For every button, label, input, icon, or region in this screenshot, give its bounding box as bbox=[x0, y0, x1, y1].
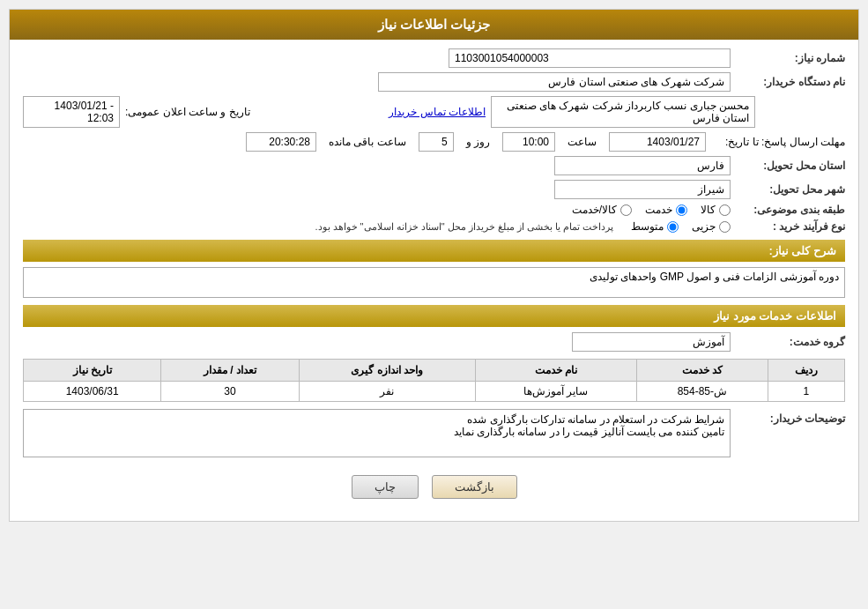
service-group-value: آموزش bbox=[572, 332, 731, 352]
process-group: جزیی متوسط پرداخت تمام یا بخشی از مبلغ خ… bbox=[315, 220, 731, 233]
deadline-days: 5 bbox=[419, 132, 454, 152]
col-service-code: کد خدمت bbox=[636, 360, 768, 382]
deadline-date: 1403/01/27 bbox=[609, 132, 706, 152]
announce-date-group: تاریخ و ساعت اعلان عمومی: 1403/01/21 - 1… bbox=[23, 96, 250, 128]
page-title: جزئیات اطلاعات نیاز bbox=[378, 17, 490, 32]
creator-group: محسن جباری نسب کاربرداز شرکت شهرک های صن… bbox=[259, 96, 755, 128]
deadline-days-label: روز و bbox=[466, 136, 490, 148]
service-group-label: گروه خدمت: bbox=[731, 336, 845, 348]
city-label: شهر محل تحویل: bbox=[731, 183, 845, 196]
cell-need-date: 1403/06/31 bbox=[24, 382, 161, 402]
need-number-row: شماره نیاز: 1103001054000003 bbox=[23, 48, 845, 68]
process-note: پرداخت تمام یا بخشی از مبلغ خریداز محل "… bbox=[315, 221, 613, 233]
services-section-title: اطلاعات خدمات مورد نیاز bbox=[23, 305, 845, 327]
buyer-org-label: نام دستگاه خریدار: bbox=[731, 76, 845, 88]
category-option-khedmat[interactable]: خدمت bbox=[645, 204, 687, 216]
bottom-buttons: بازگشت چاپ bbox=[23, 464, 845, 512]
creator-announce-row: نام دستگاه خریدار: محسن جباری نسب کاربرد… bbox=[23, 96, 845, 128]
deadline-date-row: 1403/01/27 ساعت 10:00 روز و 5 ساعت باقی … bbox=[246, 132, 706, 152]
process-row: نوع فرآیند خرید : جزیی متوسط پرداخت تمام… bbox=[23, 220, 845, 233]
process-radio-mottavasset[interactable] bbox=[667, 221, 679, 233]
page-header: جزئیات اطلاعات نیاز bbox=[10, 10, 858, 40]
cell-row-num: 1 bbox=[768, 382, 844, 402]
col-unit: واحد اندازه گیری bbox=[299, 360, 475, 382]
page-wrapper: جزئیات اطلاعات نیاز شماره نیاز: 11030010… bbox=[0, 0, 868, 609]
services-table: ردیف کد خدمت نام خدمت واحد اندازه گیری ت… bbox=[23, 359, 845, 402]
cell-service-code: ش-85-854 bbox=[636, 382, 768, 402]
buyer-desc-area bbox=[23, 409, 731, 460]
print-button[interactable]: چاپ bbox=[352, 475, 419, 499]
process-option-mottavasset[interactable]: متوسط bbox=[631, 220, 679, 233]
deadline-time: 10:00 bbox=[502, 132, 555, 152]
col-quantity: تعداد / مقدار bbox=[161, 360, 299, 382]
process-radio-jozi[interactable] bbox=[719, 221, 731, 233]
category-radio-group: کالا خدمت کالا/خدمت bbox=[572, 204, 731, 216]
col-need-date: تاریخ نیاز bbox=[24, 360, 161, 382]
province-value: فارس bbox=[554, 156, 731, 175]
service-group-row: گروه خدمت: آموزش bbox=[23, 332, 845, 352]
cell-quantity: 30 bbox=[161, 382, 299, 402]
table-row: 1 ش-85-854 سایر آموزش‌ها نفر 30 1403/06/… bbox=[24, 382, 845, 402]
services-section-label: اطلاعات خدمات مورد نیاز bbox=[714, 309, 836, 323]
process-jozi-label: جزیی bbox=[692, 220, 716, 233]
category-row: طبقه بندی موضوعی: کالا خدمت کالا/خدمت bbox=[23, 204, 845, 216]
process-radio-group: جزیی متوسط bbox=[631, 220, 731, 233]
announce-date-label: تاریخ و ساعت اعلان عمومی: bbox=[125, 106, 250, 118]
services-table-header: ردیف کد خدمت نام خدمت واحد اندازه گیری ت… bbox=[24, 360, 845, 382]
col-service-name: نام خدمت bbox=[475, 360, 636, 382]
buyer-org-value: شرکت شهرک های صنعتی استان فارس bbox=[378, 72, 731, 92]
deadline-remaining-label: ساعت باقی مانده bbox=[329, 136, 406, 148]
main-container: جزئیات اطلاعات نیاز شماره نیاز: 11030010… bbox=[9, 9, 859, 522]
cell-unit: نفر bbox=[299, 382, 475, 402]
general-desc-label: شرح کلی نیاز: bbox=[768, 244, 836, 257]
category-option-kala-khedmat[interactable]: کالا/خدمت bbox=[572, 204, 632, 216]
process-option-jozi[interactable]: جزیی bbox=[692, 220, 731, 233]
city-value: شیراز bbox=[554, 180, 731, 199]
category-kala-label: کالا bbox=[701, 204, 716, 216]
need-number-value: 1103001054000003 bbox=[449, 48, 731, 68]
category-option-kala[interactable]: کالا bbox=[701, 204, 731, 216]
announce-date-value: 1403/01/21 - 12:03 bbox=[23, 96, 120, 128]
province-label: استان محل تحویل: bbox=[731, 160, 845, 172]
category-kala-khedmat-label: کالا/خدمت bbox=[572, 204, 617, 216]
city-row: شهر محل تحویل: شیراز bbox=[23, 180, 845, 199]
content-area: شماره نیاز: 1103001054000003 نام دستگاه … bbox=[10, 40, 858, 521]
cell-service-name: سایر آموزش‌ها bbox=[475, 382, 636, 402]
category-radio-kala[interactable] bbox=[719, 204, 731, 216]
category-radio-khedmat[interactable] bbox=[676, 204, 687, 216]
need-number-label: شماره نیاز: bbox=[731, 52, 845, 64]
deadline-time-label: ساعت bbox=[568, 136, 597, 148]
deadline-remaining: 20:30:28 bbox=[246, 132, 316, 152]
process-label: نوع فرآیند خرید : bbox=[731, 220, 845, 233]
general-desc-value: دوره آموزشی الزامات فنی و اصول GMP واحده… bbox=[23, 267, 845, 298]
category-khedmat-label: خدمت bbox=[645, 204, 672, 216]
general-desc-section-title: شرح کلی نیاز: bbox=[23, 240, 845, 262]
buyer-desc-label: توضیحات خریدار: bbox=[731, 409, 845, 425]
col-row-num: ردیف bbox=[768, 360, 844, 382]
deadline-label: مهلت ارسال پاسخ: تا تاریخ: bbox=[713, 136, 845, 148]
province-row: استان محل تحویل: فارس bbox=[23, 156, 845, 175]
buyer-org-row: نام دستگاه خریدار: شرکت شهرک های صنعتی ا… bbox=[23, 72, 845, 92]
creator-link[interactable]: اطلاعات تماس خریدار bbox=[389, 106, 486, 118]
buyer-desc-row: توضیحات خریدار: bbox=[23, 409, 845, 460]
process-mottavasset-label: متوسط bbox=[631, 220, 664, 233]
general-desc-area: دوره آموزشی الزامات فنی و اصول GMP واحده… bbox=[23, 267, 845, 298]
deadline-row: مهلت ارسال پاسخ: تا تاریخ: 1403/01/27 سا… bbox=[23, 132, 845, 152]
buyer-desc-textarea[interactable] bbox=[23, 409, 731, 457]
category-radio-kala-khedmat[interactable] bbox=[620, 204, 632, 216]
back-button[interactable]: بازگشت bbox=[432, 475, 517, 499]
creator-value: محسن جباری نسب کاربرداز شرکت شهرک های صن… bbox=[491, 96, 755, 128]
category-label: طبقه بندی موضوعی: bbox=[731, 204, 845, 216]
